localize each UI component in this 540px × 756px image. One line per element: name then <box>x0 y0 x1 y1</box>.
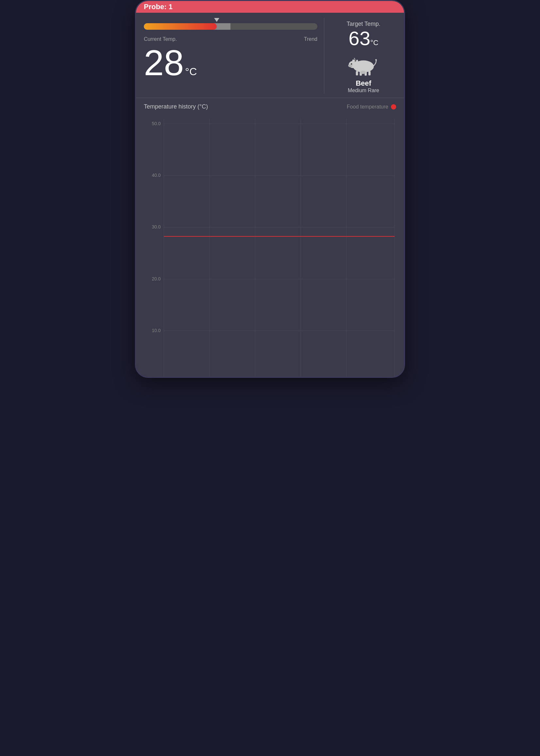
svg-rect-8 <box>368 71 371 75</box>
svg-text:50.0: 50.0 <box>152 121 161 126</box>
target-temp-value: 63 <box>348 29 370 49</box>
svg-point-12 <box>350 66 351 67</box>
svg-point-11 <box>349 65 350 66</box>
svg-point-9 <box>360 71 366 74</box>
progress-bar-fill <box>144 23 217 30</box>
target-temp-unit: °C <box>370 39 378 47</box>
current-temp-value: 28 <box>144 45 184 81</box>
current-temp-label: Current Temp. <box>144 36 177 42</box>
trend-label: Trend <box>304 36 318 42</box>
svg-text:40.0: 40.0 <box>152 173 161 178</box>
chart-header: Temperature history (°C) Food temperatur… <box>144 103 396 110</box>
svg-text:0.0: 0.0 <box>154 377 161 378</box>
progress-bar-bg <box>144 23 318 30</box>
svg-text:30.0: 30.0 <box>152 224 161 229</box>
svg-text:10.0: 10.0 <box>152 328 161 333</box>
svg-rect-5 <box>356 71 358 75</box>
chart-section: Temperature history (°C) Food temperatur… <box>136 98 404 378</box>
top-section: Current Temp. Trend 28 °C Target Temp. 6… <box>136 13 404 98</box>
cow-icon <box>347 54 380 76</box>
legend-label: Food temperature <box>347 104 388 110</box>
legend-dot <box>391 104 396 109</box>
legend-item: Food temperature <box>347 104 396 110</box>
left-panel: Current Temp. Trend 28 °C <box>144 18 324 94</box>
current-temp-unit: °C <box>185 66 197 78</box>
food-doneness: Medium Rare <box>348 87 379 93</box>
target-temp-label: Target Temp. <box>346 21 380 28</box>
target-temp-display: 63 °C <box>348 29 378 49</box>
header-bar: Probe: 1 <box>136 1 404 13</box>
food-type: Beef <box>356 79 371 87</box>
probe-title: Probe: 1 <box>144 3 173 11</box>
chart-title: Temperature history (°C) <box>144 103 208 110</box>
svg-point-10 <box>351 63 352 65</box>
main-content: Current Temp. Trend 28 °C Target Temp. 6… <box>136 13 404 378</box>
phone-frame: Probe: 1 <box>135 0 405 378</box>
current-temp-display: 28 °C <box>144 45 318 81</box>
progress-container <box>144 18 318 30</box>
chart-svg: 50.0 40.0 30.0 20.0 10.0 0.0 <box>144 115 396 378</box>
chart-area: 50.0 40.0 30.0 20.0 10.0 0.0 <box>144 115 396 378</box>
svg-text:20.0: 20.0 <box>152 276 161 281</box>
right-panel: Target Temp. 63 °C <box>324 18 396 94</box>
labels-row: Current Temp. Trend <box>144 36 318 42</box>
